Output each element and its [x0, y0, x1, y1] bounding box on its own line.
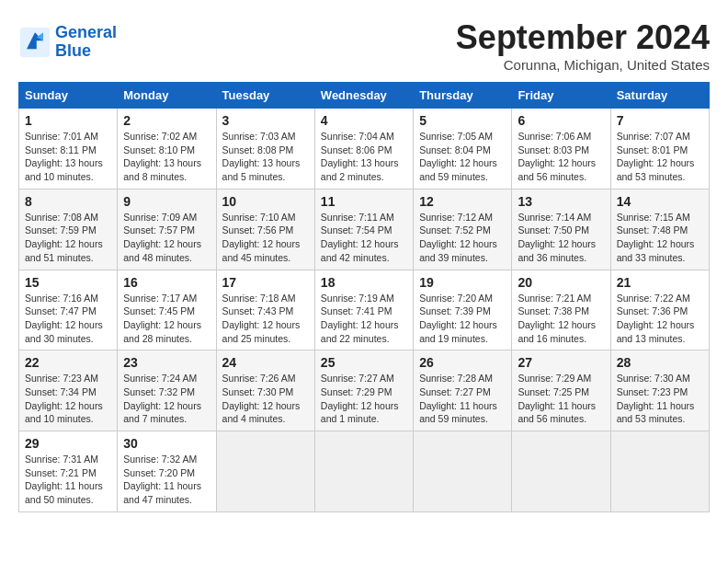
day-info: Sunrise: 7:27 AM Sunset: 7:29 PM Dayligh…	[321, 372, 407, 426]
logo-icon	[18, 26, 51, 59]
day-info: Sunrise: 7:24 AM Sunset: 7:32 PM Dayligh…	[123, 372, 210, 426]
day-number: 26	[419, 355, 506, 370]
calendar-cell: 20Sunrise: 7:21 AM Sunset: 7:38 PM Dayli…	[512, 270, 610, 350]
day-number: 10	[222, 194, 309, 209]
calendar-cell: 2Sunrise: 7:02 AM Sunset: 8:10 PM Daylig…	[118, 109, 216, 190]
day-number: 12	[419, 194, 506, 209]
day-info: Sunrise: 7:19 AM Sunset: 7:41 PM Dayligh…	[321, 292, 407, 346]
day-info: Sunrise: 7:02 AM Sunset: 8:10 PM Dayligh…	[123, 130, 210, 184]
calendar-cell: 26Sunrise: 7:28 AM Sunset: 7:27 PM Dayli…	[414, 350, 512, 431]
day-info: Sunrise: 7:01 AM Sunset: 8:11 PM Dayligh…	[25, 130, 111, 184]
calendar-cell: 30Sunrise: 7:32 AM Sunset: 7:20 PM Dayli…	[118, 431, 216, 512]
calendar-cell: 4Sunrise: 7:04 AM Sunset: 8:06 PM Daylig…	[314, 109, 413, 190]
calendar-cell	[610, 431, 709, 512]
day-info: Sunrise: 7:22 AM Sunset: 7:36 PM Dayligh…	[617, 292, 703, 346]
calendar-cell: 7Sunrise: 7:07 AM Sunset: 8:01 PM Daylig…	[610, 109, 709, 190]
weekday-header-wednesday: Wednesday	[314, 83, 413, 109]
calendar-cell: 15Sunrise: 7:16 AM Sunset: 7:47 PM Dayli…	[19, 270, 118, 350]
weekday-header-friday: Friday	[512, 83, 610, 109]
calendar-cell: 5Sunrise: 7:05 AM Sunset: 8:04 PM Daylig…	[414, 109, 512, 190]
day-info: Sunrise: 7:10 AM Sunset: 7:56 PM Dayligh…	[222, 211, 309, 265]
calendar-table: SundayMondayTuesdayWednesdayThursdayFrid…	[18, 82, 710, 512]
location: Corunna, Michigan, United States	[456, 57, 710, 73]
calendar-cell: 17Sunrise: 7:18 AM Sunset: 7:43 PM Dayli…	[216, 270, 314, 350]
day-info: Sunrise: 7:29 AM Sunset: 7:25 PM Dayligh…	[518, 372, 604, 426]
day-number: 6	[518, 113, 604, 128]
calendar-cell: 21Sunrise: 7:22 AM Sunset: 7:36 PM Dayli…	[610, 270, 709, 350]
calendar-cell: 25Sunrise: 7:27 AM Sunset: 7:29 PM Dayli…	[314, 350, 413, 431]
day-number: 3	[222, 113, 309, 128]
weekday-header-row: SundayMondayTuesdayWednesdayThursdayFrid…	[19, 83, 710, 109]
day-number: 27	[518, 355, 604, 370]
calendar-cell: 1Sunrise: 7:01 AM Sunset: 8:11 PM Daylig…	[19, 109, 118, 190]
calendar-cell: 19Sunrise: 7:20 AM Sunset: 7:39 PM Dayli…	[414, 270, 512, 350]
calendar-cell: 18Sunrise: 7:19 AM Sunset: 7:41 PM Dayli…	[314, 270, 413, 350]
day-info: Sunrise: 7:12 AM Sunset: 7:52 PM Dayligh…	[419, 211, 506, 265]
day-number: 11	[321, 194, 407, 209]
calendar-cell: 23Sunrise: 7:24 AM Sunset: 7:32 PM Dayli…	[118, 350, 216, 431]
calendar-cell: 16Sunrise: 7:17 AM Sunset: 7:45 PM Dayli…	[118, 270, 216, 350]
day-number: 2	[123, 113, 210, 128]
calendar-cell: 11Sunrise: 7:11 AM Sunset: 7:54 PM Dayli…	[314, 189, 413, 270]
day-info: Sunrise: 7:18 AM Sunset: 7:43 PM Dayligh…	[222, 292, 309, 346]
day-number: 5	[419, 113, 506, 128]
day-number: 15	[25, 275, 111, 290]
day-info: Sunrise: 7:17 AM Sunset: 7:45 PM Dayligh…	[123, 292, 210, 346]
calendar-cell	[512, 431, 610, 512]
weekday-header-sunday: Sunday	[19, 83, 118, 109]
week-row-4: 22Sunrise: 7:23 AM Sunset: 7:34 PM Dayli…	[19, 350, 710, 431]
weekday-header-tuesday: Tuesday	[216, 83, 314, 109]
day-info: Sunrise: 7:21 AM Sunset: 7:38 PM Dayligh…	[518, 292, 604, 346]
weekday-header-thursday: Thursday	[414, 83, 512, 109]
header: General Blue September 2024 Corunna, Mic…	[18, 18, 710, 73]
day-info: Sunrise: 7:32 AM Sunset: 7:20 PM Dayligh…	[123, 453, 210, 507]
calendar-cell: 9Sunrise: 7:09 AM Sunset: 7:57 PM Daylig…	[118, 189, 216, 270]
day-number: 23	[123, 355, 210, 370]
day-number: 4	[321, 113, 407, 128]
logo: General Blue	[18, 24, 117, 61]
calendar-cell: 14Sunrise: 7:15 AM Sunset: 7:48 PM Dayli…	[610, 189, 709, 270]
calendar-cell	[414, 431, 512, 512]
day-number: 29	[25, 436, 111, 451]
day-info: Sunrise: 7:28 AM Sunset: 7:27 PM Dayligh…	[419, 372, 506, 426]
day-number: 21	[617, 275, 703, 290]
day-number: 14	[617, 194, 703, 209]
calendar-cell: 12Sunrise: 7:12 AM Sunset: 7:52 PM Dayli…	[414, 189, 512, 270]
day-info: Sunrise: 7:20 AM Sunset: 7:39 PM Dayligh…	[419, 292, 506, 346]
day-info: Sunrise: 7:09 AM Sunset: 7:57 PM Dayligh…	[123, 211, 210, 265]
calendar-cell: 13Sunrise: 7:14 AM Sunset: 7:50 PM Dayli…	[512, 189, 610, 270]
day-number: 18	[321, 275, 407, 290]
day-info: Sunrise: 7:30 AM Sunset: 7:23 PM Dayligh…	[617, 372, 703, 426]
day-info: Sunrise: 7:15 AM Sunset: 7:48 PM Dayligh…	[617, 211, 703, 265]
day-number: 17	[222, 275, 309, 290]
calendar-cell: 8Sunrise: 7:08 AM Sunset: 7:59 PM Daylig…	[19, 189, 118, 270]
day-info: Sunrise: 7:23 AM Sunset: 7:34 PM Dayligh…	[25, 372, 111, 426]
calendar-cell: 29Sunrise: 7:31 AM Sunset: 7:21 PM Dayli…	[19, 431, 118, 512]
week-row-2: 8Sunrise: 7:08 AM Sunset: 7:59 PM Daylig…	[19, 189, 710, 270]
calendar-cell: 24Sunrise: 7:26 AM Sunset: 7:30 PM Dayli…	[216, 350, 314, 431]
day-number: 25	[321, 355, 407, 370]
day-number: 22	[25, 355, 111, 370]
day-info: Sunrise: 7:07 AM Sunset: 8:01 PM Dayligh…	[617, 130, 703, 184]
day-number: 20	[518, 275, 604, 290]
calendar-cell	[314, 431, 413, 512]
day-info: Sunrise: 7:11 AM Sunset: 7:54 PM Dayligh…	[321, 211, 407, 265]
day-info: Sunrise: 7:05 AM Sunset: 8:04 PM Dayligh…	[419, 130, 506, 184]
day-number: 30	[123, 436, 210, 451]
calendar-cell	[216, 431, 314, 512]
calendar-cell: 27Sunrise: 7:29 AM Sunset: 7:25 PM Dayli…	[512, 350, 610, 431]
day-info: Sunrise: 7:14 AM Sunset: 7:50 PM Dayligh…	[518, 211, 604, 265]
title-block: September 2024 Corunna, Michigan, United…	[456, 18, 710, 73]
day-number: 24	[222, 355, 309, 370]
day-info: Sunrise: 7:06 AM Sunset: 8:03 PM Dayligh…	[518, 130, 604, 184]
day-info: Sunrise: 7:04 AM Sunset: 8:06 PM Dayligh…	[321, 130, 407, 184]
logo-general: General	[55, 24, 117, 42]
day-number: 16	[123, 275, 210, 290]
day-number: 28	[617, 355, 703, 370]
calendar-cell: 28Sunrise: 7:30 AM Sunset: 7:23 PM Dayli…	[610, 350, 709, 431]
month-title: September 2024	[456, 18, 710, 57]
day-number: 8	[25, 194, 111, 209]
week-row-1: 1Sunrise: 7:01 AM Sunset: 8:11 PM Daylig…	[19, 109, 710, 190]
calendar-cell: 10Sunrise: 7:10 AM Sunset: 7:56 PM Dayli…	[216, 189, 314, 270]
day-number: 1	[25, 113, 111, 128]
